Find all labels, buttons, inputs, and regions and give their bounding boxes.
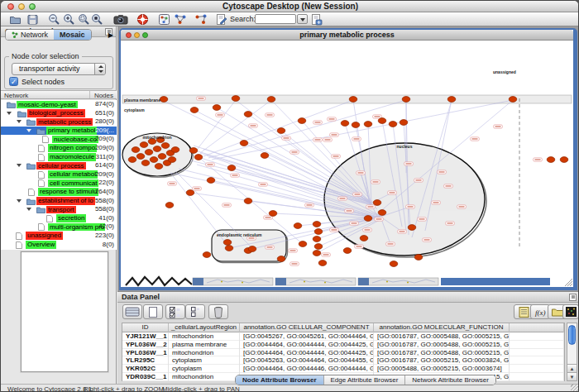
- network-node[interactable]: [203, 252, 211, 258]
- unselect-attributes-icon[interactable]: [185, 304, 205, 319]
- network-node[interactable]: [378, 210, 386, 216]
- window-resize-grip[interactable]: [571, 384, 579, 392]
- network-node[interactable]: [261, 153, 269, 159]
- scrollbar-thumb[interactable]: [568, 325, 576, 345]
- network-node[interactable]: [390, 261, 398, 267]
- tree-row-label[interactable]: multi-organism pro: [48, 223, 105, 232]
- network-node[interactable]: [378, 118, 386, 124]
- tree-row-label[interactable]: secretion: [56, 214, 86, 222]
- network-node[interactable]: [509, 97, 517, 103]
- network-node[interactable]: [408, 225, 416, 231]
- table-cell[interactable]: YJR121W__1: [122, 332, 169, 341]
- network-node[interactable]: [244, 112, 252, 117]
- node-color-dropdown[interactable]: transporter activity: [12, 63, 106, 75]
- tree-row[interactable]: metabolic process280(0): [1, 117, 117, 127]
- tree-row-label[interactable]: nucleobase-co: [52, 136, 98, 144]
- network-node[interactable]: [349, 97, 357, 103]
- tree-row-label[interactable]: mosaic-demo-yeast: [17, 101, 78, 109]
- minimized-network-sketch[interactable]: [126, 277, 192, 285]
- tab-network[interactable]: Network: [6, 30, 54, 40]
- table-cell[interactable]: plasma membrane: [169, 341, 240, 349]
- table-cell[interactable]: mitochondrion: [169, 332, 240, 341]
- tree-row[interactable]: establishment of lo558(0): [1, 197, 117, 206]
- zoom-selected-icon[interactable]: [78, 13, 90, 26]
- tree-row-label[interactable]: cellular metabol: [48, 170, 98, 179]
- network-node[interactable]: [153, 146, 161, 152]
- minimized-window-icon[interactable]: [193, 278, 203, 285]
- tree-row[interactable]: nucleobase-co209(0): [1, 135, 117, 144]
- table-row[interactable]: YLR295Ccytoplasm[GO:0045263, GO:0044464,…: [122, 356, 564, 365]
- network-overview-icon[interactable]: [158, 13, 170, 26]
- network-node[interactable]: [232, 96, 240, 102]
- tree-row-label[interactable]: Overview: [26, 241, 56, 249]
- table-cell[interactable]: YPL036W__2: [122, 341, 169, 349]
- network-node[interactable]: [128, 157, 136, 163]
- network-node[interactable]: [343, 248, 352, 254]
- tree-row[interactable]: macromolecule311(0): [1, 153, 117, 162]
- network-node[interactable]: [298, 118, 306, 124]
- tree-row[interactable]: Overview8(0): [1, 241, 117, 250]
- table-cell[interactable]: YDR039C__1: [122, 373, 169, 381]
- column-header[interactable]: ID: [122, 323, 169, 332]
- tree-row-label[interactable]: cell communicat: [48, 179, 98, 188]
- network-node[interactable]: [248, 246, 256, 252]
- network-frame-titlebar[interactable]: primary metabolic process: [121, 30, 573, 41]
- network-node[interactable]: [140, 142, 148, 148]
- tree-row[interactable]: cellular process614(0): [1, 161, 117, 170]
- frame-resize-grip[interactable]: [567, 281, 572, 286]
- tree-row-label[interactable]: response to stimulu: [38, 188, 98, 196]
- delete-attribute-trash-icon[interactable]: [208, 304, 228, 319]
- network-node[interactable]: [244, 198, 252, 204]
- table-cell[interactable]: [510, 341, 564, 349]
- network-node[interactable]: [194, 155, 203, 160]
- table-cell[interactable]: [GO:0016787, GO:0005488, GO:0005215, G..…: [374, 332, 510, 341]
- network-node[interactable]: [132, 147, 140, 153]
- select-attributes-icon[interactable]: [165, 304, 185, 319]
- new-attribute-icon[interactable]: [143, 304, 163, 319]
- tree-row-label[interactable]: cellular process: [36, 162, 86, 170]
- table-cell[interactable]: YLR295C: [122, 356, 169, 365]
- table-cell[interactable]: cytoplasm: [169, 365, 240, 373]
- tab-network-attribute-browser[interactable]: Network Attribute Browser: [405, 375, 495, 385]
- table-cell[interactable]: mitochondrion: [169, 373, 240, 381]
- attribute-grid-icon[interactable]: [122, 304, 142, 319]
- tree-row-label[interactable]: metabolic process: [36, 118, 93, 127]
- tree-row-label[interactable]: transport: [46, 206, 76, 214]
- table-cell[interactable]: cytoplasm: [169, 356, 240, 365]
- network-node[interactable]: [165, 203, 174, 208]
- tree-row[interactable]: primary metabol209(...: [1, 127, 117, 136]
- network-node[interactable]: [364, 122, 372, 127]
- attribute-matrix-icon[interactable]: [562, 304, 579, 319]
- birds-eye-view[interactable]: [21, 251, 108, 372]
- tree-row[interactable]: cell communicat22(0): [1, 179, 117, 188]
- import-attributes-icon[interactable]: [310, 13, 323, 26]
- layout-red-icon[interactable]: [194, 13, 207, 26]
- network-node[interactable]: [213, 105, 221, 111]
- network-node[interactable]: [161, 143, 170, 149]
- table-scrollbar[interactable]: ▲ ▼: [567, 323, 577, 381]
- network-node[interactable]: [314, 244, 323, 250]
- column-header[interactable]: annotation.GO CELLULAR_COMPONENT: [240, 323, 374, 332]
- network-node[interactable]: [402, 97, 410, 103]
- network-node[interactable]: [269, 211, 277, 217]
- tree-row[interactable]: mosaic-demo-yeast874(0): [1, 100, 117, 109]
- help-lifesaver-icon[interactable]: [136, 13, 149, 26]
- table-cell[interactable]: [GO:0044464, GO:0044446, GO:0044444, G..…: [240, 365, 374, 373]
- tree-row[interactable]: nitrogen compo209(0): [1, 144, 117, 153]
- table-cell[interactable]: [GO:0045263, GO:0044464, GO:0044455, G..…: [240, 356, 374, 365]
- search-dropdown-button[interactable]: [297, 14, 308, 24]
- network-node[interactable]: [277, 256, 285, 262]
- tab-mosaic[interactable]: Mosaic: [54, 30, 91, 40]
- minimized-window-bar[interactable]: [358, 278, 438, 285]
- float-data-panel-icon[interactable]: [569, 294, 577, 301]
- scroll-up-icon[interactable]: ▲: [567, 364, 577, 372]
- table-cell[interactable]: [GO:0016787, GO:0005488, GO:0005215, G..…: [374, 349, 510, 357]
- table-cell[interactable]: [GO:0005488, GO:0005215, GO:0003674]: [374, 365, 510, 373]
- expand-arrow-icon[interactable]: [17, 120, 22, 123]
- network-node[interactable]: [547, 157, 555, 163]
- network-node[interactable]: [160, 97, 168, 103]
- tree-row-label[interactable]: macromolecule: [48, 153, 96, 161]
- network-node[interactable]: [400, 120, 408, 126]
- network-node[interactable]: [207, 178, 215, 184]
- table-cell[interactable]: [GO:0016787, GO:0005488, GO:0005215, G..…: [374, 341, 510, 349]
